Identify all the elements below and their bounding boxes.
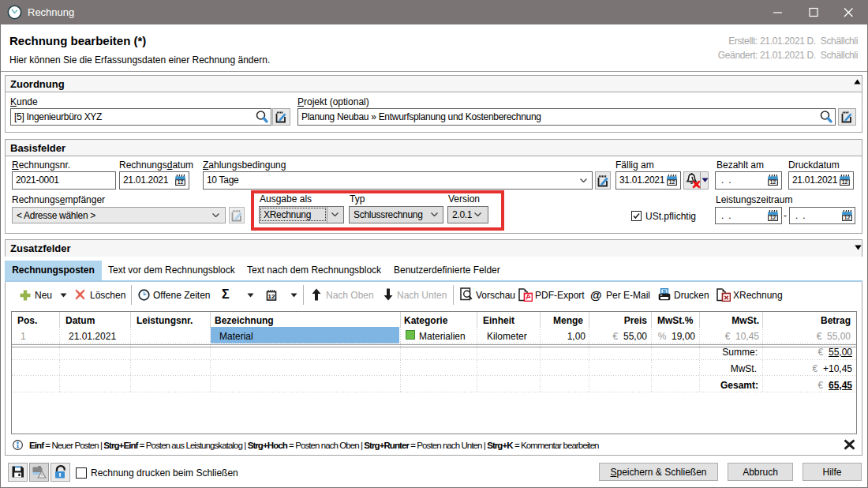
- svg-text:12: 12: [268, 293, 275, 300]
